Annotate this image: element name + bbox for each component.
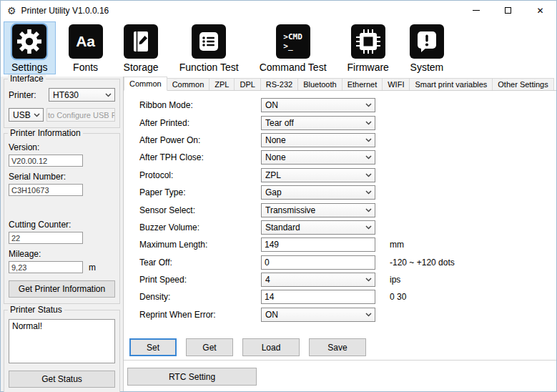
set-button[interactable]: Set — [129, 338, 177, 356]
form-row-density: Density:0 30 — [139, 288, 556, 305]
tab-ethernet[interactable]: Ethernet — [342, 78, 383, 90]
get-button[interactable]: Get — [186, 338, 233, 356]
tear-off-input[interactable] — [261, 255, 375, 270]
get-printer-information-button[interactable]: Get Printer Information — [9, 280, 115, 298]
after-tph-close-label: After TPH Close: — [139, 152, 261, 162]
version-input[interactable] — [9, 155, 83, 167]
protocol-label: Protocol: — [139, 170, 261, 180]
toolbar-button-command-test[interactable]: >CMD>_Command Test — [252, 21, 335, 74]
mileage-label: Mileage: — [9, 249, 115, 259]
reprint-when-error-select[interactable]: ON — [261, 308, 375, 322]
chevron-down-icon — [365, 138, 372, 142]
buzzer-volume-select[interactable]: Standard — [261, 220, 375, 235]
form-row-after-power-on: After Power On:None — [139, 132, 556, 149]
paper-type-select[interactable]: Gap — [261, 185, 375, 200]
toolbar-button-settings[interactable]: Settings — [4, 21, 56, 74]
tab-page-common: Ribbon Mode:ONAfter Printed:Tear offAfte… — [124, 91, 556, 361]
app-window: ⚙ Printer Utility V1.0.0.16 ✕ SettingsAa… — [0, 0, 557, 392]
printer-status-box[interactable]: Normal! — [9, 319, 115, 363]
minimize-button[interactable] — [460, 1, 492, 20]
firmware-icon — [355, 29, 381, 54]
cutting-counter-label: Cutting Counter: — [9, 220, 115, 230]
form-row-protocol: Protocol:ZPL — [139, 167, 556, 184]
settings-form: Ribbon Mode:ONAfter Printed:Tear offAfte… — [139, 97, 556, 323]
chevron-down-icon — [365, 278, 372, 282]
protocol-select[interactable]: ZPL — [261, 168, 375, 182]
toolbar-button-fonts[interactable]: AaFonts — [61, 21, 111, 74]
printer-select-value: HT630 — [53, 90, 79, 100]
toolbar-label-firmware: Firmware — [347, 62, 389, 73]
chevron-down-icon — [365, 208, 372, 212]
tab-other-settings[interactable]: Other Settings — [493, 78, 553, 90]
tab-zpl[interactable]: ZPL — [210, 78, 235, 90]
buzzer-volume-label: Buzzer Volume: — [139, 222, 261, 232]
tab-smart-print-variables[interactable]: Smart print variables — [410, 78, 493, 90]
minimize-icon — [473, 10, 480, 11]
maximum-length-label: Maximum Length: — [139, 240, 261, 250]
mileage-input[interactable] — [9, 261, 83, 273]
tab-rs-232[interactable]: RS-232 — [261, 78, 298, 90]
save-button[interactable]: Save — [309, 338, 366, 356]
ribbon-mode-select[interactable]: ON — [261, 98, 375, 112]
cutting-counter-input[interactable] — [9, 232, 83, 244]
window-controls: ✕ — [460, 1, 556, 20]
rtc-setting-button[interactable]: RTC Setting — [127, 368, 257, 386]
gear-icon — [16, 28, 43, 55]
load-button[interactable]: Load — [242, 338, 300, 356]
toolbar: SettingsAaFontsStorageFunction Test>CMD>… — [1, 20, 556, 77]
serial-number-input[interactable] — [9, 184, 83, 196]
command-test-icon: >CMD>_ — [283, 32, 302, 51]
tab-common-2[interactable]: Common — [167, 78, 210, 90]
toolbar-label-function-test: Function Test — [179, 62, 239, 73]
tab-wifi[interactable]: WIFI — [383, 78, 410, 90]
maximize-button[interactable] — [492, 1, 524, 20]
maximum-length-unit: mm — [390, 240, 404, 250]
window-title: Printer Utility V1.0.0.16 — [21, 6, 109, 16]
after-power-on-select[interactable]: None — [261, 133, 375, 147]
sidebar: Interface Printer: HT630 USB to Configur… — [1, 77, 124, 391]
interface-group: Interface Printer: HT630 USB to Configur… — [4, 79, 120, 128]
chevron-down-icon — [105, 93, 112, 97]
toolbar-button-function-test[interactable]: Function Test — [172, 21, 247, 74]
density-unit: 0 30 — [390, 292, 406, 302]
print-speed-label: Print Speed: — [139, 275, 261, 285]
printer-information-group: Printer Information Version: Serial Numb… — [4, 133, 120, 304]
app-icon: ⚙ — [7, 6, 16, 16]
toolbar-button-firmware[interactable]: Firmware — [340, 21, 397, 74]
after-tph-close-select[interactable]: None — [261, 150, 375, 165]
tab-dpl[interactable]: DPL — [235, 78, 260, 90]
print-speed-select[interactable]: 4 — [261, 273, 375, 287]
tear-off-unit: -120 ~ +120 dots — [390, 258, 455, 268]
chevron-down-icon — [365, 155, 372, 160]
form-row-tear-off: Tear Off:-120 ~ +120 dots — [139, 254, 556, 271]
chevron-down-icon — [365, 173, 372, 177]
after-printed-select[interactable]: Tear off — [261, 116, 375, 130]
printer-information-title: Printer Information — [8, 129, 83, 138]
sensor-select-select[interactable]: Transmissive — [261, 203, 375, 217]
get-status-button[interactable]: Get Status — [9, 371, 115, 388]
main-panel: CommonCommonZPLDPLRS-232BluetoothEtherne… — [124, 77, 556, 391]
storage-icon — [129, 29, 153, 54]
tab-strip: CommonCommonZPLDPLRS-232BluetoothEtherne… — [124, 77, 556, 91]
toolbar-button-storage[interactable]: Storage — [116, 21, 167, 74]
maximum-length-input[interactable] — [261, 237, 375, 252]
tab-common[interactable]: Common — [124, 77, 167, 91]
fonts-icon: Aa — [76, 33, 95, 50]
form-row-reprint-when-error: Reprint When Error:ON — [139, 306, 556, 323]
chevron-down-icon — [365, 190, 372, 195]
action-buttons: SetGetLoadSave — [129, 338, 556, 356]
printer-select[interactable]: HT630 — [49, 88, 115, 102]
serial-number-label: Serial Number: — [9, 172, 115, 182]
ribbon-mode-label: Ribbon Mode: — [139, 100, 261, 110]
interface-type-select[interactable]: USB — [9, 108, 44, 122]
chevron-down-icon — [365, 225, 372, 230]
density-input[interactable] — [261, 290, 375, 304]
form-row-ribbon-mode: Ribbon Mode:ON — [139, 97, 556, 114]
auto-configure-usb-button: to Configure USB Pc — [46, 108, 115, 122]
tab-bluetooth[interactable]: Bluetooth — [298, 78, 342, 90]
interface-group-title: Interface — [8, 74, 46, 84]
printer-status-text: Normal! — [12, 321, 42, 331]
toolbar-button-system[interactable]: System — [402, 21, 452, 74]
chevron-down-icon — [365, 103, 372, 107]
close-button[interactable]: ✕ — [524, 1, 556, 20]
